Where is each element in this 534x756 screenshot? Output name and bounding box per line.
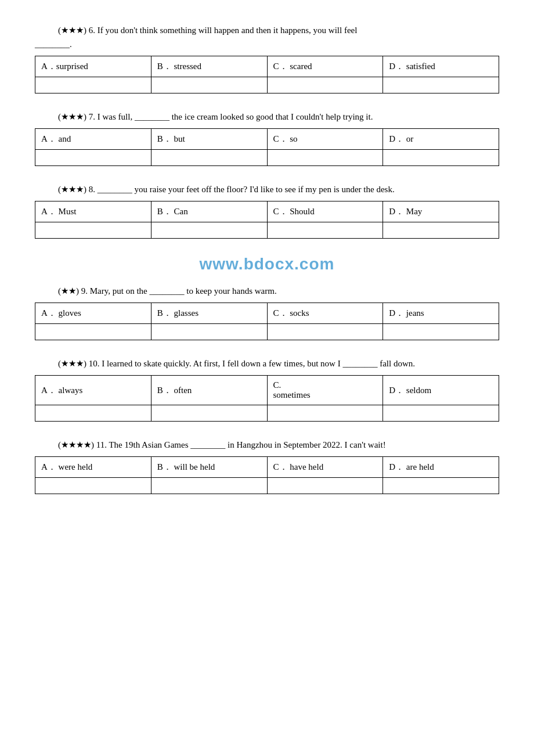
question-10: (★★★) 10. I learned to skate quickly. At…	[35, 357, 499, 422]
question-8-text: (★★★) 8. ________ you raise your feet of…	[35, 182, 499, 196]
q11-options-row: A． were held B． will be held C． have hel…	[35, 457, 499, 478]
q9-options-row: A． gloves B． glasses C． socks D． jeans	[35, 303, 499, 324]
q6-options-row: A．surprised B． stressed C． scared D． sat…	[35, 56, 499, 77]
q9-number: 9.	[81, 286, 88, 296]
q6-option-c: C． scared	[267, 56, 383, 77]
q7-stars: (★★★)	[58, 112, 86, 121]
q10-text-before: I learned to skate quickly. At first, I …	[102, 359, 415, 368]
q7-options-table: A． and B． but C． so D． or	[35, 128, 499, 166]
q11-stars: (★★★★)	[58, 440, 94, 449]
q10-answer-row	[35, 405, 499, 422]
q8-text-before: ________ you raise your feet off the flo…	[98, 185, 395, 194]
q7-answer-row	[35, 150, 499, 166]
question-10-text: (★★★) 10. I learned to skate quickly. At…	[35, 357, 499, 370]
q8-number: 8.	[89, 185, 95, 194]
q6-number: 6.	[89, 26, 95, 35]
q8-options-table: A． Must B． Can C． Should D． May	[35, 201, 499, 239]
question-7: (★★★) 7. I was full, ________ the ice cr…	[35, 110, 499, 166]
q7-options-row: A． and B． but C． so D． or	[35, 129, 499, 150]
q11-number: 11.	[96, 440, 107, 449]
q10-number: 10.	[89, 359, 100, 368]
q10-options-table: A． always B． often C.sometimes D． seldom	[35, 375, 499, 422]
q8-options-row: A． Must B． Can C． Should D． May	[35, 201, 499, 222]
q8-answer-row	[35, 222, 499, 239]
q6-stars: (★★★)	[58, 26, 86, 35]
q8-option-b: B． Can	[151, 201, 267, 222]
q9-option-a: A． gloves	[35, 303, 151, 324]
q11-option-a: A． were held	[35, 457, 151, 478]
q6-answer-row	[35, 77, 499, 93]
q8-stars: (★★★)	[58, 185, 86, 194]
question-8: (★★★) 8. ________ you raise your feet of…	[35, 182, 499, 239]
q6-option-a: A．surprised	[35, 56, 151, 77]
q8-option-a: A． Must	[35, 201, 151, 222]
q11-option-d: D． are held	[383, 457, 499, 478]
q7-text-before: I was full, ________ the ice cream looke…	[98, 112, 373, 121]
question-7-text: (★★★) 7. I was full, ________ the ice cr…	[35, 110, 499, 124]
question-11-text: (★★★★) 11. The 19th Asian Games ________…	[35, 438, 499, 452]
watermark: www.bdocx.com	[35, 255, 499, 273]
q10-option-b: B． often	[151, 376, 267, 405]
q9-option-b: B． glasses	[151, 303, 267, 324]
q10-stars: (★★★)	[58, 359, 86, 368]
q8-option-c: C． Should	[267, 201, 383, 222]
q11-option-c: C． have held	[267, 457, 383, 478]
q7-number: 7.	[89, 112, 95, 121]
q9-option-d: D． jeans	[383, 303, 499, 324]
q11-answer-row	[35, 478, 499, 494]
q11-text-before: The 19th Asian Games ________ in Hangzho…	[109, 440, 385, 449]
q6-options-table: A．surprised B． stressed C． scared D． sat…	[35, 56, 499, 93]
question-9: (★★) 9. Mary, put on the ________ to kee…	[35, 284, 499, 340]
q10-option-c: C.sometimes	[267, 376, 383, 405]
q11-option-b: B． will be held	[151, 457, 267, 478]
q6-option-b: B． stressed	[151, 56, 267, 77]
q9-stars: (★★)	[58, 286, 79, 296]
q6-text-after: ________.	[35, 39, 72, 49]
question-9-text: (★★) 9. Mary, put on the ________ to kee…	[35, 284, 499, 298]
q9-answer-row	[35, 324, 499, 340]
question-6: (★★★) 6. If you don't think something wi…	[35, 23, 499, 93]
q10-option-d: D． seldom	[383, 376, 499, 405]
q7-option-d: D． or	[383, 129, 499, 150]
q6-text-before: If you don't think something will happen…	[98, 26, 358, 35]
q10-option-a: A． always	[35, 376, 151, 405]
q9-options-table: A． gloves B． glasses C． socks D． jeans	[35, 303, 499, 340]
q7-option-a: A． and	[35, 129, 151, 150]
q6-option-d: D． satisfied	[383, 56, 499, 77]
q10-options-row: A． always B． often C.sometimes D． seldom	[35, 376, 499, 405]
q11-options-table: A． were held B． will be held C． have hel…	[35, 456, 499, 494]
q9-text-before: Mary, put on the ________ to keep your h…	[90, 286, 277, 296]
question-11: (★★★★) 11. The 19th Asian Games ________…	[35, 438, 499, 494]
question-6-text: (★★★) 6. If you don't think something wi…	[35, 23, 499, 51]
q7-option-c: C． so	[267, 129, 383, 150]
q8-option-d: D． May	[383, 201, 499, 222]
q7-option-b: B． but	[151, 129, 267, 150]
q9-option-c: C． socks	[267, 303, 383, 324]
